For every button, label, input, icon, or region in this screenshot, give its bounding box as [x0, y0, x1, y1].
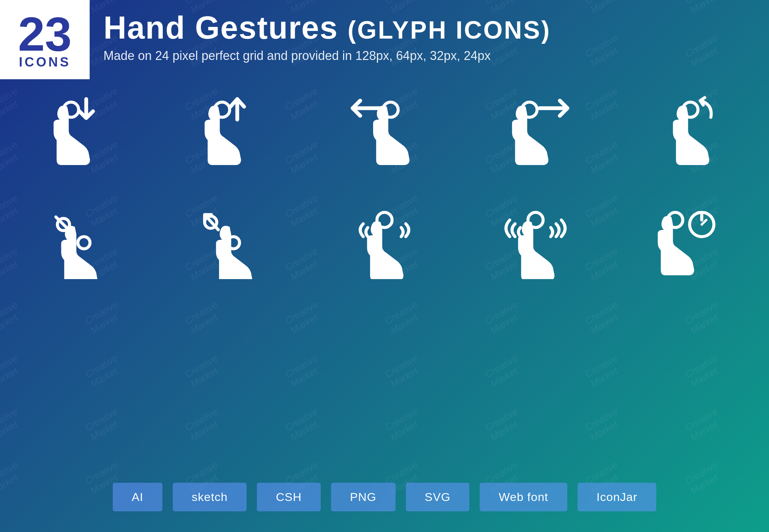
main-title: Hand Gestures (Glyph Icons)	[103, 10, 755, 45]
icon-pinch-in	[21, 193, 144, 289]
header-area: Hand Gestures (Glyph Icons) Made on 24 p…	[103, 10, 755, 63]
title-part2: (Glyph Icons)	[348, 16, 551, 44]
icon-vibrate	[474, 193, 597, 289]
subtitle: Made on 24 pixel perfect grid and provid…	[103, 49, 755, 63]
icon-swipe-left	[323, 83, 446, 179]
btn-webfont[interactable]: Web font	[480, 483, 567, 511]
icon-scroll-up	[172, 83, 295, 179]
btn-png[interactable]: PNG	[331, 483, 396, 511]
btn-csh[interactable]: CSH	[257, 483, 321, 511]
icon-count-label: ICONS	[19, 55, 71, 70]
icon-swipe-right	[474, 83, 597, 179]
title-part1: Hand Gestures	[103, 10, 348, 45]
icon-tap-vibrate	[323, 193, 446, 289]
icon-row-1	[0, 83, 769, 179]
svg-point-10	[78, 237, 90, 249]
icon-count-number: 23	[18, 10, 72, 58]
icon-count-badge: 23 ICONS	[0, 0, 90, 79]
icon-tap-timer	[625, 193, 748, 289]
btn-svg[interactable]: SVG	[406, 483, 470, 511]
icon-scroll-down	[21, 83, 144, 179]
icon-pinch-out	[172, 193, 295, 289]
icons-container	[0, 83, 769, 289]
format-buttons: AIsketchCSHPNGSVGWeb fontIconJar	[0, 483, 769, 511]
btn-ai[interactable]: AI	[113, 483, 162, 511]
btn-iconjar[interactable]: IconJar	[578, 483, 657, 511]
background: (function() { const grid = document.quer…	[0, 0, 769, 532]
icon-rotate	[625, 83, 748, 179]
icon-row-2	[0, 193, 769, 289]
btn-sketch[interactable]: sketch	[173, 483, 247, 511]
